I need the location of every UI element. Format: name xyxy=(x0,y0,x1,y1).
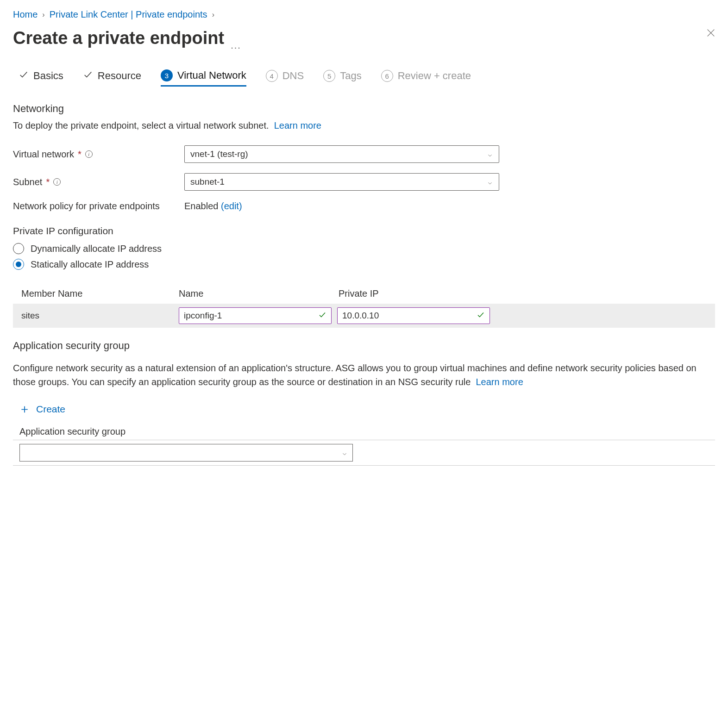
info-icon[interactable]: i xyxy=(53,178,61,186)
asg-create-button[interactable]: ＋ Create xyxy=(19,401,715,417)
policy-value: Enabled (edit) xyxy=(184,201,242,212)
label-text: Subnet xyxy=(13,177,42,187)
step-label: Tags xyxy=(340,70,361,82)
plus-icon: ＋ xyxy=(19,401,31,417)
networking-heading: Networking xyxy=(13,103,715,115)
info-icon[interactable]: i xyxy=(85,150,93,158)
vnet-label: Virtual network * i xyxy=(13,149,184,160)
step-label: Review + create xyxy=(398,70,471,82)
col-member: Member Name xyxy=(21,288,179,299)
input-value: 10.0.0.10 xyxy=(342,311,379,321)
asg-combo-label: Application security group xyxy=(19,426,715,437)
step-dns[interactable]: 4 DNS xyxy=(266,69,304,86)
check-icon xyxy=(477,311,485,321)
breadcrumb-center[interactable]: Private Link Center | Private endpoints xyxy=(50,9,207,20)
chevron-down-icon xyxy=(487,179,493,185)
radio-label: Dynamically allocate IP address xyxy=(31,243,162,254)
ip-table-row: sites ipconfig-1 10.0.0.10 xyxy=(13,304,715,328)
policy-edit-link[interactable]: (edit) xyxy=(221,201,242,211)
chevron-right-icon: › xyxy=(42,11,44,19)
step-tags[interactable]: 5 Tags xyxy=(323,69,361,86)
radio-static[interactable]: Statically allocate IP address xyxy=(13,259,715,270)
step-label: Basics xyxy=(33,70,63,82)
learn-more-link[interactable]: Learn more xyxy=(476,377,523,387)
label-text: Virtual network xyxy=(13,149,74,160)
step-resource[interactable]: Resource xyxy=(83,69,141,86)
ip-table-header: Member Name Name Private IP xyxy=(13,284,715,304)
asg-desc-text: Configure network security as a natural … xyxy=(13,363,697,387)
subnet-select[interactable]: subnet-1 xyxy=(184,173,499,191)
check-icon xyxy=(318,311,326,321)
step-number: 4 xyxy=(266,70,278,82)
close-button[interactable] xyxy=(706,27,716,41)
ip-table: Member Name Name Private IP sites ipconf… xyxy=(13,284,715,328)
member-cell: sites xyxy=(21,311,179,321)
required-icon: * xyxy=(46,177,50,187)
step-review[interactable]: 6 Review + create xyxy=(381,69,471,86)
step-label: Resource xyxy=(98,70,141,82)
breadcrumb-home[interactable]: Home xyxy=(13,9,38,20)
policy-label: Network policy for private endpoints xyxy=(13,201,184,212)
step-virtual-network[interactable]: 3 Virtual Network xyxy=(161,69,246,87)
learn-more-link[interactable]: Learn more xyxy=(274,120,321,131)
more-options-button[interactable]: ··· xyxy=(231,42,241,53)
col-ip: Private IP xyxy=(339,288,715,299)
networking-desc: To deploy the private endpoint, select a… xyxy=(13,118,715,132)
wizard-steps: Basics Resource 3 Virtual Network 4 DNS … xyxy=(13,69,715,86)
create-label: Create xyxy=(36,404,65,415)
asg-select[interactable] xyxy=(19,444,353,462)
check-icon xyxy=(83,69,93,82)
chevron-down-icon xyxy=(341,449,348,456)
ipconfig-heading: Private IP configuration xyxy=(13,225,715,237)
step-basics[interactable]: Basics xyxy=(19,69,63,86)
chevron-right-icon: › xyxy=(212,11,214,19)
col-name: Name xyxy=(179,288,339,299)
step-number: 3 xyxy=(161,69,173,81)
select-value: vnet-1 (test-rg) xyxy=(190,149,248,159)
name-input[interactable]: ipconfig-1 xyxy=(179,307,332,324)
radio-icon xyxy=(13,243,24,254)
step-number: 6 xyxy=(381,70,393,82)
input-value: ipconfig-1 xyxy=(184,311,222,321)
check-icon xyxy=(19,69,29,82)
page-title: Create a private endpoint xyxy=(13,28,224,48)
breadcrumb: Home › Private Link Center | Private end… xyxy=(13,9,715,20)
subnet-label: Subnet * i xyxy=(13,177,184,187)
required-icon: * xyxy=(78,149,82,160)
select-value: subnet-1 xyxy=(190,177,225,187)
radio-label: Statically allocate IP address xyxy=(31,259,149,270)
step-label: DNS xyxy=(282,70,304,82)
step-number: 5 xyxy=(323,70,335,82)
networking-desc-text: To deploy the private endpoint, select a… xyxy=(13,120,269,131)
policy-text: Enabled xyxy=(184,201,218,211)
asg-heading: Application security group xyxy=(13,340,715,352)
ip-input[interactable]: 10.0.0.10 xyxy=(337,307,490,324)
vnet-select[interactable]: vnet-1 (test-rg) xyxy=(184,145,499,163)
radio-dynamic[interactable]: Dynamically allocate IP address xyxy=(13,243,715,254)
radio-icon xyxy=(13,259,24,270)
chevron-down-icon xyxy=(487,151,493,157)
asg-desc: Configure network security as a natural … xyxy=(13,361,715,389)
step-label: Virtual Network xyxy=(177,69,246,81)
